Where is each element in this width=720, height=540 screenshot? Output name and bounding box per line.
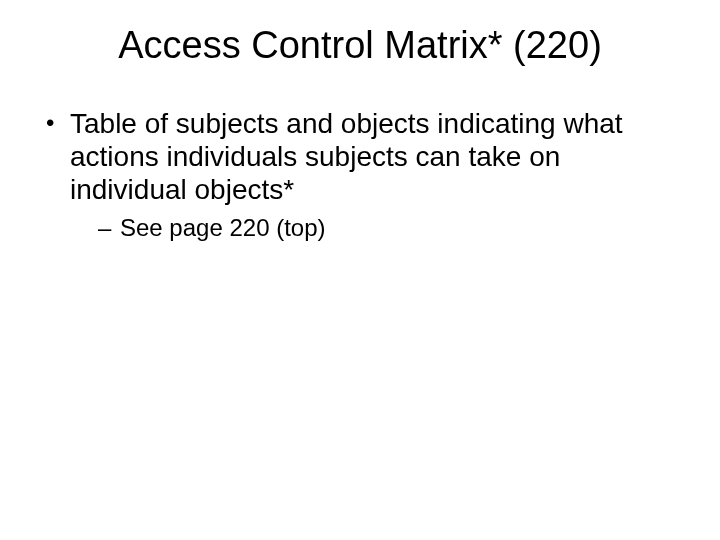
list-item: See page 220 (top) — [98, 214, 680, 243]
bullet-list: Table of subjects and objects indicating… — [30, 107, 690, 243]
list-item: Table of subjects and objects indicating… — [40, 107, 680, 243]
sub-bullet-list: See page 220 (top) — [70, 214, 680, 243]
slide: Access Control Matrix* (220) Table of su… — [0, 0, 720, 540]
bullet-text: Table of subjects and objects indicating… — [70, 108, 623, 205]
sub-bullet-text: See page 220 (top) — [120, 214, 326, 241]
slide-title: Access Control Matrix* (220) — [30, 24, 690, 67]
